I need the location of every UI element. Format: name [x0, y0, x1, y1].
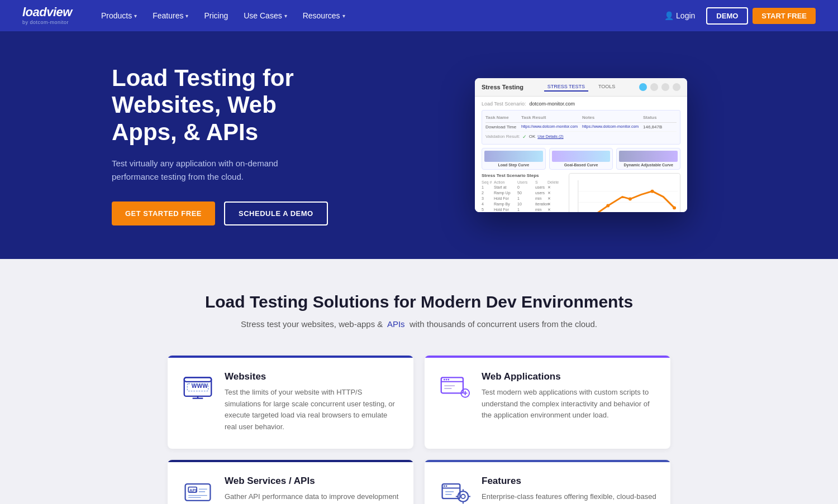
chevron-down-icon: ▾ — [342, 13, 345, 19]
screenshot-title: Stress Testing — [482, 84, 523, 90]
hero-screenshot: Stress Testing STRESS TESTS TOOLS Load T… — [346, 78, 793, 212]
screenshot-tabs: STRESS TESTS TOOLS — [544, 83, 619, 92]
hero-buttons: GET STARTED FREE SCHEDULE A DEMO — [112, 201, 346, 225]
screenshot-tab-tools[interactable]: TOOLS — [595, 83, 618, 92]
feature-card-features: Features Enterprise-class features offer… — [425, 460, 670, 504]
screenshot-table-row-1: Download Time https://www.dotcom-monitor… — [485, 123, 677, 132]
features-grid: WWW Websites Test the limits of your web… — [168, 356, 670, 504]
feature-card-api: API Web Services / APIs Gather API perfo… — [168, 460, 413, 504]
svg-point-29 — [444, 379, 445, 381]
navbar-actions: 👤 Login DEMO START FREE — [658, 7, 816, 25]
screenshot-icon-1 — [639, 83, 647, 91]
svg-point-8 — [628, 198, 632, 201]
feature-name-features: Features — [482, 476, 657, 487]
svg-text:API: API — [189, 488, 196, 493]
logo-text: loadview — [22, 6, 72, 18]
curve-load-step: Load Step Curve — [482, 148, 546, 170]
feature-body-api: Web Services / APIs Gather API performan… — [225, 476, 400, 504]
svg-point-51 — [446, 485, 447, 487]
screenshot-chart: 0 10 20 30 Time — [569, 173, 680, 212]
feature-name-web-apps: Web Applications — [482, 371, 657, 382]
nav-item-pricing[interactable]: Pricing — [197, 8, 235, 23]
screenshot-icon-2 — [650, 83, 658, 91]
nav-label-features: Features — [153, 11, 183, 20]
feature-body-web-apps: Web Applications Test modern web applica… — [482, 371, 657, 433]
screenshot-validation: Validation Result: ✓ OK Use Details (2) — [485, 134, 677, 140]
feature-desc-websites: Test the limits of your website with HTT… — [225, 387, 400, 433]
feature-desc-features: Enterprise-class features offering flexi… — [482, 491, 657, 504]
screenshot-icons — [639, 83, 680, 91]
curve-goal-based: Goal-Based Curve — [549, 148, 613, 170]
chevron-down-icon: ▾ — [185, 13, 188, 19]
screenshot-step-5: 5Hold For1min✕ — [482, 207, 565, 212]
nav-item-products[interactable]: Products ▾ — [94, 8, 144, 23]
websites-icon: WWW — [181, 371, 215, 405]
start-free-button[interactable]: START FREE — [753, 8, 816, 24]
features-subtitle-end: with thousands of concurrent users from … — [410, 319, 597, 329]
nav-label-products: Products — [101, 11, 132, 20]
features-title: Load Testing Solutions for Modern Dev En… — [45, 292, 793, 311]
nav-item-resources[interactable]: Resources ▾ — [296, 8, 352, 23]
features-subtitle: Stress test your websites, web-apps & AP… — [45, 319, 793, 329]
label: Validation Result: — [485, 134, 520, 139]
feature-card-websites: WWW Websites Test the limits of your web… — [168, 356, 413, 449]
hero-title: Load Testing for Websites, Web Apps, & A… — [112, 65, 346, 146]
get-started-button[interactable]: GET STARTED FREE — [112, 201, 215, 225]
demo-button[interactable]: DEMO — [706, 7, 748, 25]
navbar-nav: Products ▾ Features ▾ Pricing Use Cases … — [94, 8, 658, 23]
screenshot-header: Stress Testing STRESS TESTS TOOLS — [475, 78, 687, 97]
screenshot-url-label: Load Test Scenario: — [482, 101, 526, 107]
screenshot-step-2: 2Ramp Up50users✕ — [482, 190, 565, 196]
web-apps-icon — [438, 371, 472, 405]
screenshot-steps: Stress Test Scenario Steps Seq # Action … — [482, 173, 565, 212]
screenshot-frame: Stress Testing STRESS TESTS TOOLS Load T… — [475, 78, 687, 212]
features-subtitle-link[interactable]: APIs — [387, 319, 405, 329]
features-subtitle-plain: Stress test your websites, web-apps & — [241, 319, 383, 329]
check-icon: ✓ — [522, 134, 527, 140]
screenshot-tab-stress[interactable]: STRESS TESTS — [544, 83, 588, 92]
screenshot-step-3: 3Hold For1min✕ — [482, 196, 565, 201]
login-button[interactable]: 👤 Login — [658, 8, 702, 23]
screenshot-icon-4 — [673, 83, 680, 91]
svg-point-10 — [673, 206, 676, 209]
screenshot-table-header: Task Name Task Result Notes Status — [485, 113, 677, 123]
feature-desc-api: Gather API performance data to improve d… — [225, 491, 400, 504]
screenshot-icon-3 — [661, 83, 669, 91]
nav-label-pricing: Pricing — [204, 11, 228, 20]
chevron-down-icon: ▾ — [284, 13, 287, 19]
logo-sub: by dotcom-monitor — [22, 20, 72, 25]
feature-card-web-apps: Web Applications Test modern web applica… — [425, 356, 670, 449]
nav-item-use-cases[interactable]: Use Cases ▾ — [237, 8, 293, 23]
curve-dynamic: Dynamic Adjustable Curve — [616, 148, 680, 170]
svg-rect-17 — [184, 377, 212, 381]
screenshot-url-row: Load Test Scenario: dotcom-monitor.com — [482, 101, 680, 107]
navbar: loadview by dotcom-monitor Products ▾ Fe… — [0, 0, 838, 31]
schedule-demo-button[interactable]: SCHEDULE A DEMO — [224, 201, 328, 225]
svg-point-45 — [461, 495, 465, 498]
features-icon — [438, 476, 472, 504]
nav-label-use-cases: Use Cases — [244, 11, 282, 20]
screenshot-step-header: Seq # Action Users S Delete — [482, 180, 565, 185]
feature-desc-web-apps: Test modern web applications with custom… — [482, 387, 657, 421]
hero-section: Load Testing for Websites, Web Apps, & A… — [0, 31, 838, 259]
chevron-down-icon: ▾ — [134, 13, 137, 19]
feature-name-api: Web Services / APIs — [225, 476, 400, 487]
hero-subtitle: Test virtually any application with on-d… — [112, 157, 291, 184]
user-icon: 👤 — [664, 11, 674, 20]
screenshot-steps-title: Stress Test Scenario Steps — [482, 173, 565, 178]
svg-rect-0 — [569, 175, 680, 212]
logo[interactable]: loadview by dotcom-monitor — [22, 6, 72, 25]
svg-point-30 — [446, 379, 447, 381]
nav-item-features[interactable]: Features ▾ — [146, 8, 195, 23]
nav-label-resources: Resources — [303, 11, 340, 20]
screenshot-url-val: dotcom-monitor.com — [529, 101, 575, 107]
screenshot-step-1: 1Start at0users✕ — [482, 185, 565, 190]
hero-content: Load Testing for Websites, Web Apps, & A… — [112, 65, 346, 225]
screenshot-body: Load Test Scenario: dotcom-monitor.com T… — [475, 97, 687, 212]
screenshot-steps-chart: Stress Test Scenario Steps Seq # Action … — [482, 173, 680, 212]
feature-body-features: Features Enterprise-class features offer… — [482, 476, 657, 504]
api-icon: API — [181, 476, 215, 504]
svg-point-31 — [447, 379, 449, 381]
feature-name-websites: Websites — [225, 371, 400, 382]
screenshot-step-4: 4Ramp By10iteration✕ — [482, 201, 565, 207]
